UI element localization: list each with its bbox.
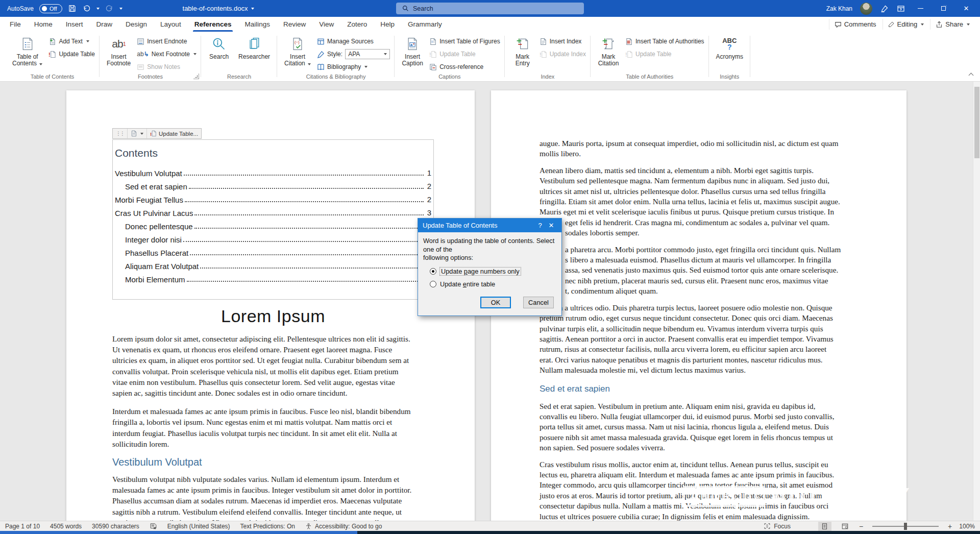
toc-entry[interactable]: Morbi Elementum [115,271,431,284]
user-name[interactable]: Zak Khan [826,5,852,12]
tab-references[interactable]: References [188,17,238,32]
radio-unselected-icon[interactable] [430,281,436,287]
tab-view[interactable]: View [312,17,340,32]
search-icon [402,5,409,12]
tab-draw[interactable]: Draw [90,17,119,32]
read-mode-button[interactable] [798,522,811,531]
toc-entry[interactable]: Aliquam Erat Volutpat [115,257,431,271]
tab-layout[interactable]: Layout [154,17,188,32]
toc-entry[interactable]: Vestibulum Volutpat 1 [115,164,431,178]
insert-citation-button[interactable]: (−) Insert Citation [282,35,313,68]
toc-update-table-button[interactable]: ! Update Table... [146,129,201,138]
insert-index-button[interactable]: Insert Index [540,36,586,46]
word-count[interactable]: 4505 words [50,523,82,530]
toc-menu-button[interactable] [127,129,146,138]
update-table-button[interactable]: ! Update Table [48,49,95,59]
search-box[interactable]: Search [396,3,584,14]
tab-review[interactable]: Review [277,17,312,32]
tab-grammarly[interactable]: Grammarly [401,17,449,32]
toc-frame[interactable]: Contents Vestibulum Volutpat 1 Sed et er… [112,139,434,300]
language-indicator[interactable]: English (United States) [167,523,230,530]
scrollbar-thumb[interactable] [974,87,979,158]
editing-mode-button[interactable]: Editing [883,19,929,30]
radio-selected-icon[interactable] [430,268,436,275]
toc-entry[interactable]: Donec pellentesque [115,217,431,231]
tab-zotero[interactable]: Zotero [340,17,374,32]
acronyms-button[interactable]: ABC ? Acronyms [714,35,746,62]
toc-entry[interactable]: Cras Ut Pulvinar Lacus 3 [115,204,431,217]
focus-mode-button[interactable]: Focus [764,523,791,530]
toc-entry[interactable]: Morbi Feugiat Tellus 2 [115,191,431,204]
text-line: pretium rutrum odio, eget cursus neque t… [540,313,860,323]
ink-pen-icon[interactable] [880,4,889,13]
share-button[interactable]: Share [930,19,975,30]
cancel-button[interactable]: Cancel [523,297,554,308]
tab-mailings[interactable]: Mailings [238,17,277,32]
manage-sources-button[interactable]: Manage Sources [317,36,390,46]
print-layout-button[interactable] [818,522,831,531]
next-footnote-button[interactable]: ab↳ Next Footnote [137,49,197,59]
autosave-toggle[interactable]: Off [39,4,62,13]
ok-button[interactable]: OK [480,297,511,308]
undo-icon[interactable] [82,4,91,13]
radio-update-page-numbers[interactable]: Update page numbers only [430,268,556,275]
zoom-slider[interactable] [872,526,939,527]
toc-entry[interactable]: Integer dolor nisi [115,231,431,244]
toc-entry[interactable]: Phasellus Placerat [115,244,431,257]
ribbon-display-options-icon[interactable] [896,4,905,13]
tab-file[interactable]: File [3,17,28,32]
dialog-help-button[interactable]: ? [534,222,546,229]
tab-insert[interactable]: Insert [59,17,90,32]
page-indicator[interactable]: Page 1 of 10 [5,523,40,530]
insert-caption-button[interactable]: Insert Caption [399,35,426,68]
save-icon[interactable] [68,4,77,13]
toc-entry[interactable]: Sed et erat sapien 2 [115,178,431,191]
zoom-level[interactable]: 100% [959,523,975,530]
vertical-scrollbar[interactable] [973,82,980,521]
text-line: luctus et ultrices posuere cubilia curae… [540,512,860,521]
comments-button[interactable]: Comments [829,19,881,30]
mark-entry-button[interactable]: Mark Entry [509,35,536,68]
insert-endnote-button[interactable]: Insert Endnote [137,36,197,46]
tab-home[interactable]: Home [28,17,59,32]
close-button[interactable]: ✕ [959,3,974,15]
text-predictions[interactable]: Text Predictions: On [240,523,295,530]
style-combobox[interactable]: APA [345,49,390,59]
insert-table-of-figures-button[interactable]: Insert Table of Figures [429,36,500,46]
undo-dropdown-icon[interactable] [96,8,100,10]
mark-citation-button[interactable]: Mark Citation [595,35,622,68]
paragraph: Vestibulum volutpat nibh vulputate sodal… [112,474,434,521]
dialog-close-button[interactable]: ✕ [546,222,557,229]
dialog-title-bar[interactable]: Update Table of Contents ? ✕ [418,219,561,232]
page-1[interactable]: ⋮⋮ ! Update Table... Contents Vestibulum… [66,90,475,521]
collapse-ribbon-icon[interactable] [969,73,974,78]
bibliography-button[interactable]: Bibliography [317,62,390,72]
avatar[interactable] [860,3,872,15]
restore-button[interactable] [936,3,951,15]
proofing-errors-icon[interactable] [150,523,157,530]
group-index: Mark Entry Insert Index ! Update Index I… [505,32,591,81]
insert-table-of-authorities-button[interactable]: Insert Table of Authorities [625,36,704,46]
radio-label: Update page numbers only [440,268,521,275]
add-text-button[interactable]: Add Text [48,36,95,46]
table-of-contents-button[interactable]: Table of Contents [10,35,45,68]
tab-design[interactable]: Design [119,17,154,32]
toc-drag-handle-icon[interactable]: ⋮⋮ [113,129,127,138]
cross-reference-button[interactable]: Cross-reference [429,62,500,72]
accessibility-status[interactable]: Accessibility: Good to go [305,523,382,530]
zoom-in-button[interactable]: + [948,522,952,530]
minimize-button[interactable] [913,3,928,15]
zoom-out-button[interactable]: − [859,522,863,530]
character-count[interactable]: 30590 characters [92,523,139,530]
update-toc-dialog[interactable]: Update Table of Contents ? ✕ Word is upd… [418,218,562,316]
web-layout-button[interactable] [839,522,852,531]
document-title[interactable]: table-of-contents.docx [183,5,255,12]
insert-footnote-button[interactable]: ab1 Insert Footnote [104,35,133,68]
smart-search-button[interactable]: Search [206,35,232,62]
tab-help[interactable]: Help [374,17,401,32]
radio-update-entire-table[interactable]: Update entire table [430,280,556,288]
researcher-button[interactable]: Researcher [236,35,273,62]
zoom-slider-thumb[interactable] [904,523,907,530]
customize-qat-icon[interactable] [119,8,122,10]
dialog-body: Word is updating the table of contents. … [418,232,561,315]
